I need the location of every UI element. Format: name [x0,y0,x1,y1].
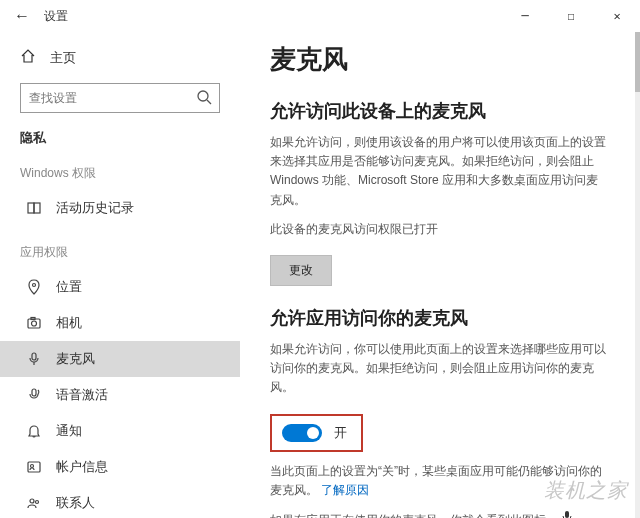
nav-item-label: 麦克风 [56,350,95,368]
svg-rect-5 [28,319,40,328]
microphone-icon [561,510,573,518]
close-button[interactable]: ✕ [594,0,640,32]
home-label: 主页 [50,49,76,67]
location-icon [22,279,46,295]
scrollbar[interactable] [635,32,640,518]
svg-point-13 [30,499,34,503]
bell-icon [22,423,46,439]
section-windows-permissions: Windows 权限 [20,165,220,182]
section1-heading: 允许访问此设备上的麦克风 [270,99,610,123]
mic-access-toggle[interactable] [282,424,322,442]
svg-rect-11 [28,462,40,472]
nav-item-label: 位置 [56,278,82,296]
home-link[interactable]: 主页 [20,40,220,75]
toggle-label: 开 [334,424,347,442]
nav-item-mic[interactable]: 麦克风 [0,341,240,377]
minimize-button[interactable]: ─ [502,0,548,32]
svg-rect-8 [32,353,36,360]
section1-status: 此设备的麦克风访问权限已打开 [270,220,610,239]
maximize-button[interactable]: ☐ [548,0,594,32]
nav-item-label: 联系人 [56,494,95,512]
section-app-permissions: 应用权限 [20,244,220,261]
nav-item-history[interactable]: 活动历史记录 [20,190,220,226]
nav-item-bell[interactable]: 通知 [20,413,220,449]
svg-rect-2 [28,203,34,213]
nav-item-account[interactable]: 帐户信息 [20,449,220,485]
search-input[interactable] [20,83,220,113]
nav-item-label: 语音激活 [56,386,108,404]
mic-icon [22,351,46,367]
window-title: 设置 [44,8,68,25]
voice-icon [22,387,46,403]
nav-item-label: 帐户信息 [56,458,108,476]
svg-rect-10 [32,389,36,396]
contacts-icon [22,495,46,511]
account-icon [22,459,46,475]
svg-point-14 [36,501,39,504]
svg-point-12 [31,465,34,468]
learn-why-link[interactable]: 了解原因 [321,483,369,497]
svg-point-6 [32,321,37,326]
section2-note: 当此页面上的设置为“关”时，某些桌面应用可能仍能够访问你的麦克风。 了解原因 [270,462,610,500]
section2-heading: 允许应用访问你的麦克风 [270,306,610,330]
nav-item-label: 相机 [56,314,82,332]
nav-item-location[interactable]: 位置 [20,269,220,305]
svg-rect-3 [34,203,40,213]
nav-item-camera[interactable]: 相机 [20,305,220,341]
history-icon [22,200,46,216]
home-icon [20,48,36,67]
svg-rect-15 [565,511,569,518]
nav-item-label: 活动历史记录 [56,199,134,217]
section2-description: 如果允许访问，你可以使用此页面上的设置来选择哪些应用可以访问你的麦克风。如果拒绝… [270,340,610,398]
toggle-highlight: 开 [270,414,363,452]
nav-item-voice[interactable]: 语音激活 [20,377,220,413]
change-button[interactable]: 更改 [270,255,332,286]
back-icon[interactable]: ← [14,7,30,25]
page-title: 麦克风 [270,42,610,77]
svg-point-4 [33,284,36,287]
nav-item-contacts[interactable]: 联系人 [20,485,220,518]
nav-item-label: 通知 [56,422,82,440]
section1-description: 如果允许访问，则使用该设备的用户将可以使用该页面上的设置来选择其应用是否能够访问… [270,133,610,210]
category-label: 隐私 [20,129,220,147]
section2-icon-note: 如果有应用正在使用你的麦克风，你就会看到此图标： [270,510,610,518]
camera-icon [22,315,46,331]
